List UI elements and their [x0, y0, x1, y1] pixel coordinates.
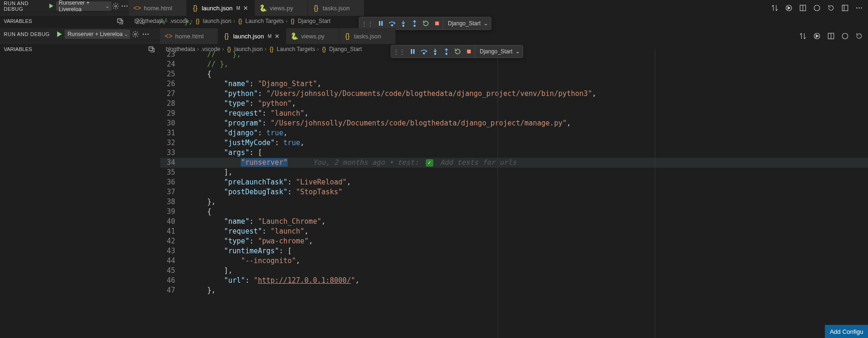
compare-changes-icon[interactable] [798, 31, 808, 41]
svg-point-1 [122, 5, 123, 6]
collapse-all-icon[interactable] [146, 44, 156, 54]
svg-point-9 [859, 7, 860, 8]
line-number: 28 [160, 99, 184, 109]
code-content[interactable]: "program": "/Users/johnsolly/Documents/c… [190, 118, 868, 128]
code-line: 26 "name": "Django_Start", [160, 79, 868, 89]
editor-tab[interactable]: 🐍views.py✕ [286, 28, 339, 44]
code-content[interactable]: // }, [190, 50, 868, 59]
debug-rerun-icon[interactable] [826, 3, 836, 13]
code-content[interactable]: "request": "launch", [190, 227, 868, 236]
code-content[interactable]: "justMyCode": true, [190, 138, 868, 148]
gear-icon[interactable] [111, 1, 120, 11]
code-line: 41 "request": "launch", [160, 227, 868, 236]
code-line: 38 }, [160, 197, 868, 207]
line-number: 30 [160, 118, 184, 128]
start-debugging-button[interactable] [48, 2, 54, 10]
run-icon[interactable] [784, 3, 794, 13]
editor-tab[interactable]: 🐍views.py✕ [255, 0, 308, 16]
code-content[interactable]: "runtimeArgs": [ [190, 246, 868, 256]
run-icon[interactable] [812, 31, 822, 41]
debug-run-icon[interactable] [812, 3, 822, 13]
editor-tabs: <>home.html✕{}launch.jsonM✕🐍views.py✕{}t… [129, 0, 364, 16]
more-icon[interactable] [120, 1, 129, 11]
code-content[interactable]: "--incognito", [190, 256, 868, 266]
code-line: 46 "url": "http://127.0.0.1:8000/", [160, 276, 868, 286]
line-number: 24 [160, 59, 184, 69]
gear-icon[interactable] [130, 29, 141, 39]
line-number: 33 [160, 148, 184, 158]
editor-tab[interactable]: {}launch.jsonM✕ [187, 0, 255, 16]
debug-run-icon[interactable] [840, 31, 850, 41]
code-line: 42 "type": "pwa-chrome", [160, 236, 868, 246]
code-line: 30 "program": "/Users/johnsolly/Document… [160, 118, 868, 128]
editor-tab[interactable]: {}tasks.json✕ [308, 0, 364, 16]
code-content[interactable]: // }, [190, 59, 868, 69]
close-icon[interactable]: ✕ [274, 33, 281, 40]
split-icon[interactable] [826, 31, 836, 41]
code-content[interactable]: "type": "pwa-chrome", [190, 236, 868, 246]
svg-point-20 [145, 33, 146, 34]
line-number: 42 [160, 236, 184, 246]
variables-section-label: VARIABLES [4, 18, 32, 24]
json-file-icon: {} [344, 32, 351, 40]
code-content[interactable]: { [190, 69, 868, 79]
tab-label: tasks.json [354, 33, 381, 40]
editor-tab[interactable]: <>home.html✕ [160, 28, 218, 44]
code-line: 36 "preLaunchTask": "LiveReload", [160, 177, 868, 187]
line-number: 23 [129, 17, 152, 27]
code-content[interactable]: "url": "http://127.0.0.1:8000/", [190, 276, 868, 286]
debug-rerun-icon[interactable] [854, 31, 864, 41]
code-content[interactable]: ], [190, 266, 868, 276]
compare-changes-icon[interactable] [770, 3, 780, 13]
line-number: 34 [160, 158, 184, 168]
code-content[interactable]: { [190, 207, 868, 217]
line-number: 47 [160, 286, 184, 295]
code-content[interactable]: "preLaunchTask": "LiveReload", [190, 177, 868, 187]
editor-tab[interactable]: {}tasks.json✕ [339, 28, 396, 44]
start-debugging-button[interactable] [55, 30, 63, 38]
code-line: 27 "python": "/Users/johnsolly/Documents… [160, 89, 868, 99]
code-editor[interactable]: 23 // },24 // },25 {26 "name": "Django_S… [160, 50, 868, 338]
debug-config-select[interactable]: Runserver + Livereloa ⌄ [65, 29, 130, 39]
code-content[interactable]: "name": "Django_Start", [190, 79, 868, 89]
json-file-icon: {} [223, 32, 230, 40]
editor-tab[interactable]: {}launch.jsonM✕ [218, 28, 286, 44]
line-number: 23 [160, 50, 184, 59]
code-content[interactable]: }, [190, 286, 868, 295]
add-configuration-button[interactable]: Add Configu [825, 325, 868, 338]
code-content[interactable]: }, [190, 197, 868, 207]
editor-tab[interactable]: <>home.html✕ [129, 0, 187, 16]
git-blame-annotation: You, 2 months ago • test: ✓ Add tests fo… [288, 158, 517, 168]
split-icon[interactable] [798, 3, 808, 13]
line-number: 38 [160, 197, 184, 207]
debug-config-name: Runserver + Livereloa [59, 0, 104, 13]
code-line: 32 "justMyCode": true, [160, 138, 868, 148]
code-content[interactable]: ], [190, 168, 868, 177]
debug-config-select[interactable]: Runserver + Livereloa ⌄ [56, 1, 112, 11]
more-icon[interactable] [141, 29, 151, 39]
collapse-all-icon[interactable] [115, 16, 125, 26]
code-line: 28 "type": "python", [160, 99, 868, 109]
svg-point-0 [115, 5, 117, 7]
code-content[interactable]: "type": "python", [190, 99, 868, 109]
code-content[interactable]: "runserver" You, 2 months ago • test: ✓ … [190, 158, 868, 168]
svg-rect-11 [118, 19, 121, 22]
py-file-icon: 🐍 [260, 4, 267, 12]
code-line: 37 "postDebugTask": "StopTasks" [160, 187, 868, 197]
code-content[interactable]: "request": "launch", [190, 109, 868, 118]
code-content[interactable]: "django": true, [190, 128, 868, 138]
code-content[interactable]: "args": [ [190, 148, 868, 158]
code-content[interactable]: "name": "Launch_Chrome", [190, 217, 868, 227]
line-number: 37 [160, 187, 184, 197]
code-content[interactable]: "python": "/Users/johnsolly/Documents/co… [190, 89, 868, 99]
json-file-icon: {} [312, 4, 320, 12]
close-icon[interactable]: ✕ [243, 5, 250, 12]
code-line: 45 ], [160, 266, 868, 276]
tab-label: views.py [301, 33, 325, 40]
more-actions-icon[interactable] [854, 3, 864, 13]
py-file-icon: 🐍 [291, 32, 298, 40]
code-content[interactable]: "postDebugTask": "StopTasks" [190, 187, 868, 197]
line-number: 45 [160, 266, 184, 276]
layout-icon[interactable] [840, 3, 850, 13]
line-number: 35 [160, 168, 184, 177]
